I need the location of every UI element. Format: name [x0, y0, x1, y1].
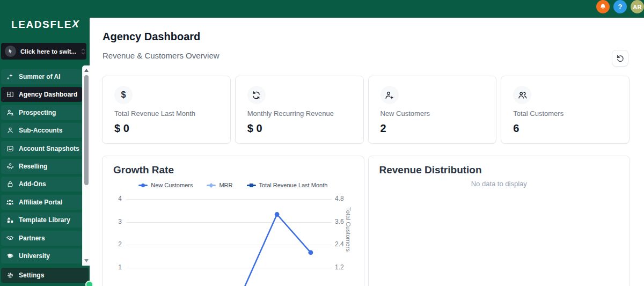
- sidebar-item-label: Partners: [19, 234, 45, 242]
- bell-icon: [599, 3, 606, 10]
- right-axis-tick: 1.2: [335, 263, 344, 271]
- stat-label: Total Customers: [513, 109, 617, 118]
- sidebar-item-label: Template Library: [19, 216, 70, 224]
- sidebar-item-label: Account Snapshots: [19, 145, 79, 152]
- scroll-down-arrow-icon[interactable]: [84, 259, 89, 262]
- page-title: Agency Dashboard: [103, 31, 200, 43]
- person-search-icon: [6, 108, 14, 116]
- stat-value: 2: [380, 122, 485, 135]
- stat-card-new-customers: New Customers2: [368, 76, 497, 144]
- empty-state-text: No data to display: [369, 180, 630, 188]
- stat-card-monthly-recurring-revenue: Monthly Recurring Revenue$ 0: [235, 76, 364, 144]
- help-button[interactable]: ?: [613, 0, 627, 13]
- graduation-cap-icon: [6, 252, 14, 260]
- scrollbar-thumb[interactable]: [84, 75, 89, 185]
- refresh-ccw-icon: [616, 54, 625, 63]
- stat-label: Monthly Recurring Revenue: [247, 109, 352, 118]
- charts-row: Growth Rate New CustomersMRRTotal Revenu…: [102, 156, 630, 286]
- topbar-icons: ? AR: [596, 0, 644, 13]
- page-subtitle: Revenue & Customers Overview: [103, 51, 219, 60]
- main-content: Agency Dashboard Revenue & Customers Ove…: [90, 18, 644, 286]
- right-axis-tick: 2.4: [335, 240, 344, 248]
- sidebar-item-label: Reselling: [19, 163, 47, 170]
- left-axis-tick: 1: [109, 263, 122, 271]
- sidebar-item-settings[interactable]: Settings: [1, 268, 89, 283]
- sidebar-item-agency-dashboard[interactable]: Agency Dashboard: [1, 87, 82, 102]
- legend-marker-icon: [207, 183, 216, 188]
- revenue-distribution-card: Revenue Distribution No data to display: [368, 156, 631, 286]
- sidebar-item-label: Add-Ons: [19, 180, 46, 188]
- left-axis-tick: 3: [109, 218, 122, 225]
- left-axis-tick: 4: [109, 195, 122, 202]
- dashboard-icon: [6, 91, 14, 99]
- chevron-updown-icon: [80, 48, 86, 55]
- legend-label: Total Revenue Last Month: [259, 182, 328, 188]
- sidebar-item-sub-accounts[interactable]: Sub-Accounts: [1, 123, 82, 138]
- sidebar-item-add-ons[interactable]: Add-Ons: [1, 177, 82, 192]
- chart-title: Revenue Distribution: [379, 164, 482, 176]
- growth-rate-card: Growth Rate New CustomersMRRTotal Revenu…: [102, 156, 364, 286]
- right-axis-label: Total Customers: [345, 207, 352, 286]
- people-icon: [513, 86, 531, 104]
- sidebar-item-label: Settings: [19, 272, 44, 279]
- data-point[interactable]: [309, 250, 313, 255]
- dollar-icon: $: [114, 86, 133, 104]
- sparkles-icon: [6, 73, 14, 81]
- recurring-icon: [247, 86, 266, 104]
- launcher-dot[interactable]: [85, 281, 93, 286]
- handshake-icon: [6, 234, 14, 242]
- stat-value: $ 0: [247, 122, 352, 135]
- right-axis-tick: 4.8: [335, 195, 344, 202]
- legend-label: MRR: [219, 182, 232, 188]
- switch-pointer-icon: [5, 46, 16, 57]
- scroll-up-arrow-icon[interactable]: [84, 69, 89, 72]
- data-point[interactable]: [275, 212, 280, 217]
- sidebar-nav: Summer of AIAgency DashboardProspectingS…: [1, 69, 82, 263]
- left-axis-tick: 2: [109, 240, 122, 248]
- stat-card-total-customers: Total Customers6: [501, 76, 630, 144]
- logo: LEADSFLEX: [11, 19, 79, 31]
- account-switcher-button[interactable]: Click here to swit...: [1, 43, 86, 60]
- snapshot-icon: [6, 144, 14, 152]
- sidebar-item-account-snapshots[interactable]: Account Snapshots: [1, 141, 82, 156]
- sidebar-item-label: Affiliate Portal: [19, 199, 62, 206]
- sidebar-item-prospecting[interactable]: Prospecting: [1, 105, 82, 120]
- sidebar-item-label: Summer of AI: [19, 73, 61, 80]
- sidebar-item-partners[interactable]: Partners: [1, 231, 82, 246]
- sidebar-item-template-library[interactable]: Template Library: [1, 212, 82, 228]
- refresh-button[interactable]: [612, 50, 628, 67]
- sidebar-item-label: Agency Dashboard: [19, 91, 77, 98]
- legend-label: New Customers: [151, 182, 193, 188]
- notifications-bell-button[interactable]: [596, 0, 610, 13]
- sidebar-scrollbar[interactable]: [82, 65, 90, 266]
- shapes-icon: [6, 216, 14, 224]
- legend-item-mrr[interactable]: MRR: [207, 182, 232, 188]
- right-axis-tick: 3.6: [335, 218, 344, 225]
- stat-card-total-revenue-last-month: $Total Revenue Last Month$ 0: [102, 76, 231, 144]
- stat-label: New Customers: [380, 109, 485, 118]
- person-share-icon: [6, 162, 14, 170]
- chart-legend: New CustomersMRRTotal Revenue Last Month: [103, 182, 364, 188]
- sidebar-item-reselling[interactable]: Reselling: [1, 159, 82, 174]
- sidebar-item-label: Prospecting: [19, 109, 56, 116]
- sidebar-item-affiliate-portal[interactable]: Affiliate Portal: [1, 195, 82, 210]
- switcher-label: Click here to swit...: [20, 48, 76, 55]
- person-icon: [6, 127, 14, 135]
- sidebar-item-label: University: [19, 252, 50, 260]
- sidebar-item-summer-of-ai[interactable]: Summer of AI: [1, 69, 82, 84]
- line-series: [245, 215, 311, 286]
- sidebar: LEADSFLEX Click here to swit... Summer o…: [0, 0, 90, 286]
- legend-item-total-revenue-last-month[interactable]: Total Revenue Last Month: [247, 182, 328, 188]
- stat-label: Total Revenue Last Month: [114, 109, 218, 118]
- stats-row: $Total Revenue Last Month$ 0Monthly Recu…: [102, 76, 630, 144]
- legend-marker-icon: [138, 183, 148, 188]
- topbar: ? AR: [0, 0, 644, 18]
- sidebar-item-label: Sub-Accounts: [19, 127, 62, 134]
- stat-value: $ 0: [114, 122, 218, 135]
- person-plus-icon: [380, 86, 399, 104]
- sidebar-item-university[interactable]: University: [1, 248, 82, 263]
- legend-marker-icon: [247, 183, 256, 188]
- avatar[interactable]: AR: [631, 0, 644, 13]
- legend-item-new-customers[interactable]: New Customers: [138, 182, 193, 188]
- gear-icon: [6, 272, 14, 280]
